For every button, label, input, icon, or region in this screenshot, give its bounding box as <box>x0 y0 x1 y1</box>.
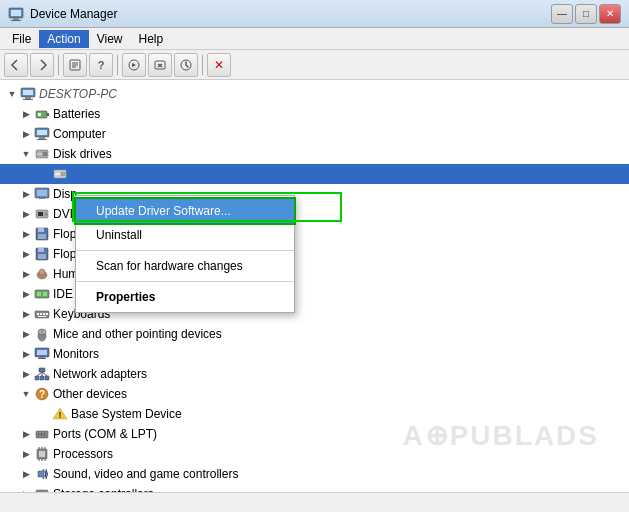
svg-rect-49 <box>40 313 42 315</box>
close-button[interactable]: ✕ <box>599 4 621 24</box>
tree-item-batteries[interactable]: ▶ Batteries <box>0 104 629 124</box>
root-label: DESKTOP-PC <box>39 84 117 104</box>
batteries-label: Batteries <box>53 104 100 124</box>
properties-button[interactable] <box>63 53 87 77</box>
tree-item-network[interactable]: ▶ Network adapters <box>0 364 629 384</box>
ctx-update-driver-label: Update Driver Software... <box>96 204 231 218</box>
svg-rect-74 <box>44 433 45 436</box>
tree-item-ports[interactable]: ▶ Ports (COM & LPT) <box>0 424 629 444</box>
diskdrives-label: Disk drives <box>53 144 112 164</box>
keyboards-expand-icon: ▶ <box>18 304 34 324</box>
network-label: Network adapters <box>53 364 147 384</box>
computer-expand-icon: ▶ <box>18 124 34 144</box>
monitors-label: Monitors <box>53 344 99 364</box>
storage-label: Storage controllers <box>53 484 154 492</box>
sound-label: Sound, video and game controllers <box>53 464 238 484</box>
svg-rect-58 <box>39 357 45 358</box>
ctx-uninstall[interactable]: Uninstall <box>76 223 294 247</box>
svg-rect-62 <box>45 376 49 380</box>
toolbar: ? ✕ <box>0 50 629 80</box>
tree-item-mice[interactable]: ▶ Mice and other pointing devices <box>0 324 629 344</box>
svg-rect-1 <box>11 10 21 16</box>
ctx-scan[interactable]: Scan for hardware changes <box>76 254 294 278</box>
monitors-expand-icon: ▶ <box>18 344 34 364</box>
other-label: Other devices <box>53 384 127 404</box>
svg-rect-48 <box>37 313 39 315</box>
menu-help[interactable]: Help <box>131 30 172 48</box>
forward-button[interactable] <box>30 53 54 77</box>
menu-view[interactable]: View <box>89 30 131 48</box>
tree-item-computer[interactable]: ▶ Computer <box>0 124 629 144</box>
ctx-properties[interactable]: Properties <box>76 285 294 309</box>
help-button[interactable]: ? <box>89 53 113 77</box>
ctx-update-driver[interactable]: Update Driver Software... <box>76 199 294 223</box>
scan-button[interactable] <box>174 53 198 77</box>
svg-text:?: ? <box>39 389 45 400</box>
display-expand-icon: ▶ <box>18 184 34 204</box>
svg-rect-14 <box>23 90 33 95</box>
svg-rect-72 <box>38 433 39 436</box>
svg-rect-17 <box>36 111 47 118</box>
status-bar <box>0 492 629 512</box>
svg-rect-34 <box>38 212 43 216</box>
svg-text:!: ! <box>59 410 62 420</box>
maximize-button[interactable]: □ <box>575 4 597 24</box>
bsd-label: Base System Device <box>71 404 182 424</box>
svg-marker-83 <box>38 469 44 479</box>
svg-line-63 <box>37 372 42 376</box>
svg-rect-60 <box>39 368 45 372</box>
toolbar-sep-3 <box>202 55 203 75</box>
tree-item-monitors[interactable]: ▶ Monitors <box>0 344 629 364</box>
svg-rect-19 <box>38 113 41 116</box>
tree-item-other[interactable]: ▼ ? Other devices <box>0 384 629 404</box>
minimize-button[interactable]: — <box>551 4 573 24</box>
svg-rect-3 <box>11 20 21 21</box>
toolbar-sep-1 <box>58 55 59 75</box>
tree-item-diskdrive-child[interactable] <box>0 164 629 184</box>
svg-rect-50 <box>43 313 45 315</box>
update-button[interactable] <box>122 53 146 77</box>
monitors-icon <box>34 346 50 362</box>
tree-item-storage[interactable]: ▶ Storage controllers <box>0 484 629 492</box>
svg-rect-22 <box>39 137 45 139</box>
diskdrives-expand-icon: ▼ <box>18 144 34 164</box>
ide-expand-icon: ▶ <box>18 284 34 304</box>
menu-bar: File Action View Help <box>0 28 629 50</box>
dvd-expand-icon: ▶ <box>18 204 34 224</box>
title-bar-buttons: — □ ✕ <box>551 4 621 24</box>
ctx-scan-label: Scan for hardware changes <box>96 259 243 273</box>
svg-rect-18 <box>47 113 49 116</box>
sound-expand-icon: ▶ <box>18 464 34 484</box>
svg-rect-2 <box>13 18 19 20</box>
other-expand-icon: ▼ <box>18 384 34 404</box>
tree-item-diskdrives[interactable]: ▼ Disk drives <box>0 144 629 164</box>
tree-item-processors[interactable]: ▶ Processors <box>0 444 629 464</box>
floppy1-expand-icon: ▶ <box>18 224 34 244</box>
svg-line-64 <box>42 372 47 376</box>
ide-icon <box>34 286 50 302</box>
ctx-properties-label: Properties <box>96 290 155 304</box>
uninstall-button[interactable] <box>148 53 172 77</box>
title-bar-title: Device Manager <box>30 7 551 21</box>
floppy1-icon <box>34 226 50 242</box>
computer-icon <box>20 86 36 102</box>
computer-small-icon <box>34 126 50 142</box>
svg-rect-41 <box>38 254 46 259</box>
delete-button[interactable]: ✕ <box>207 53 231 77</box>
svg-rect-76 <box>39 451 45 457</box>
tree-root[interactable]: ▼ DESKTOP-PC <box>0 84 629 104</box>
tree-item-sound[interactable]: ▶ Sound, video and game controllers <box>0 464 629 484</box>
toolbar-sep-2 <box>117 55 118 75</box>
ports-label: Ports (COM & LPT) <box>53 424 157 444</box>
ctx-separator-1 <box>76 250 294 251</box>
menu-file[interactable]: File <box>4 30 39 48</box>
menu-action[interactable]: Action <box>39 30 88 48</box>
floppy2-icon <box>34 246 50 262</box>
svg-point-43 <box>39 269 45 275</box>
tree-item-bsd[interactable]: ! Base System Device <box>0 404 629 424</box>
svg-rect-15 <box>25 97 31 99</box>
hid-icon <box>34 266 50 282</box>
svg-rect-45 <box>37 292 41 296</box>
svg-rect-32 <box>39 198 45 199</box>
back-button[interactable] <box>4 53 28 77</box>
